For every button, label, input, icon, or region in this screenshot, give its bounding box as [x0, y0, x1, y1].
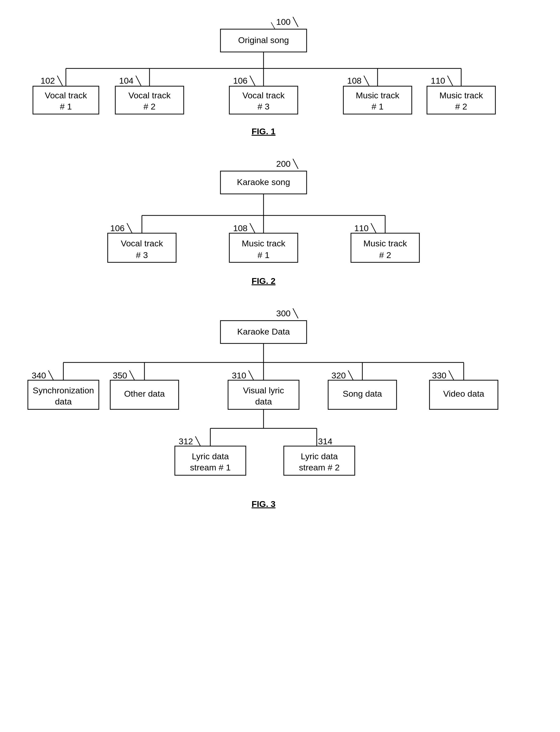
fig2-c1-ref: 106 ╲ — [110, 223, 133, 233]
c5-ref: 110 ╲ — [431, 76, 453, 86]
fig3-c1-ref: 340 ╲ — [32, 370, 54, 381]
fig3-ref300: 300 ╲ — [276, 308, 298, 319]
fig3-c4-l1: Song data — [343, 389, 382, 398]
c3-l1: Vocal track — [242, 90, 285, 100]
fig2-c3-l1: Music track — [363, 239, 407, 248]
fig2-diagram: 200 ╲ Karaoke song 106 ╲ Vocal track # 3… — [20, 157, 540, 291]
c5-l2: # 2 — [455, 102, 467, 111]
fig3-c2-l1: Other data — [124, 389, 165, 398]
all-diagrams: 100 ╲ Original song 102 ╲ Vocal track # … — [20, 15, 540, 520]
fig2-c1-l1: Vocal track — [121, 239, 163, 248]
fig2-c2-ref: 108 ╲ — [233, 223, 255, 233]
fig3-c2-ref: 350 ╲ — [113, 370, 135, 381]
fig3-diagram: 300 ╲ Karaoke Data 340 ╲ Synchronization… — [20, 307, 540, 515]
fig3-label: FIG. 3 — [252, 499, 275, 509]
c2-l2: # 2 — [143, 102, 155, 111]
fig3-gc1-l1: Lyric data — [192, 451, 229, 461]
svg-line-13 — [271, 22, 275, 29]
fig3-c5-ref: 330 ╲ — [432, 370, 454, 381]
fig1-diagram: 100 ╲ Original song 102 ╲ Vocal track # … — [20, 15, 540, 142]
fig3-c1-l2: data — [55, 397, 72, 406]
c4-l2: # 1 — [371, 102, 383, 111]
fig3-c3-l1: Visual lyric — [243, 386, 284, 395]
fig3-gc2-l1: Lyric data — [301, 451, 338, 461]
fig3-c3-l2: data — [255, 397, 272, 406]
fig1-ref100: 100 ╲ — [276, 17, 298, 27]
fig2-label: FIG. 2 — [252, 276, 275, 286]
fig2-c3-ref: 110 ╲ — [354, 223, 377, 233]
c1-l1: Vocal track — [45, 90, 87, 100]
c3-l2: # 3 — [257, 102, 269, 111]
fig3-gc1-ref: 312 ╲ — [179, 436, 201, 447]
fig3-root: Karaoke Data — [237, 327, 290, 336]
fig1-label: FIG. 1 — [252, 126, 275, 136]
fig2-ref200: 200 ╲ — [276, 159, 298, 169]
c3-ref: 106 ╲ — [233, 76, 255, 86]
c5-l1: Music track — [439, 90, 483, 100]
c2-ref: 104 ╲ — [119, 76, 141, 86]
fig3-c5-l1: Video data — [443, 389, 484, 398]
fig1-root: Original song — [238, 35, 289, 45]
fig3-gc2-l2: stream # 2 — [299, 463, 340, 472]
c1-ref: 102 ╲ — [41, 76, 63, 86]
c1-l2: # 1 — [60, 102, 72, 111]
c2-l1: Vocal track — [128, 90, 171, 100]
fig3-c4-ref: 320 ╲ — [331, 370, 354, 381]
fig3-c3-ref: 310 ╲ — [232, 370, 254, 381]
fig2-c2-l2: # 1 — [257, 250, 269, 260]
fig3-c1-l1: Synchronization — [33, 386, 94, 395]
fig2-root: Karaoke song — [237, 177, 290, 187]
fig2-c2-l1: Music track — [242, 239, 286, 248]
fig2-c1-l2: # 3 — [136, 250, 148, 260]
fig2-c3-l2: # 2 — [379, 250, 391, 260]
fig3-gc2-ref: 314 — [318, 436, 332, 446]
fig3-gc1-l2: stream # 1 — [190, 463, 231, 472]
c4-l1: Music track — [356, 90, 400, 100]
c4-ref: 108 ╲ — [347, 76, 369, 86]
